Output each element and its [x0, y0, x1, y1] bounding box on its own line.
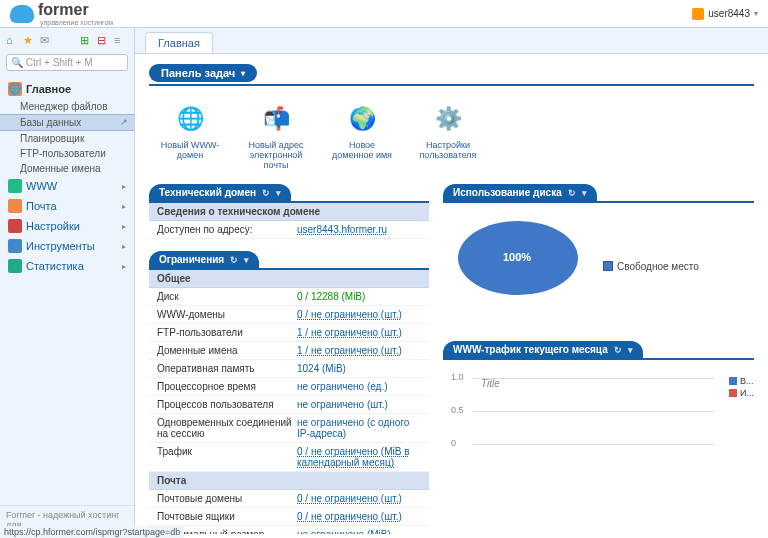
refresh-icon[interactable]: ↻ [568, 188, 576, 198]
limit-label: Доменные имена [157, 345, 297, 356]
quick-action-icon: 🌐 [173, 102, 207, 136]
traffic-legend: В... И... [729, 376, 754, 400]
limits-row: Почтовые ящики0 / не ограничено (шт.) [149, 508, 429, 526]
quick-action[interactable]: 📬Новый адрес электронной почты [245, 102, 307, 170]
quick-action-label: Новое доменное имя [331, 140, 393, 160]
limit-label: Почтовые ящики [157, 511, 297, 522]
section-icon [8, 199, 22, 213]
search-input[interactable]: 🔍 Ctrl + Shift + M [6, 54, 128, 71]
limits-title[interactable]: Ограничения ↻ ▾ [149, 251, 259, 268]
sidebar-section[interactable]: Настройки▸ [0, 216, 134, 236]
sidebar-toolbar: ⌂ ★ ✉ ⊞ ⊟ ≡ [0, 32, 134, 50]
limit-value: не ограничено (MiB) [297, 529, 391, 534]
limits-row: Почтовые домены0 / не ограничено (шт.) [149, 490, 429, 508]
logo: former управление хостингом [10, 1, 113, 26]
sidebar-section[interactable]: Статистика▸ [0, 256, 134, 276]
refresh-icon[interactable]: ↻ [614, 345, 622, 355]
disk-pie-chart: 100% [453, 221, 583, 311]
quick-action[interactable]: 🌍Новое доменное имя [331, 102, 393, 170]
sidebar-section[interactable]: Почта▸ [0, 196, 134, 216]
quick-action-label: Настройки пользователя [417, 140, 479, 160]
limits-row: Процессов пользователяне ограничено (шт.… [149, 396, 429, 414]
limit-value: не ограничено (ед.) [297, 381, 388, 392]
disk-percent: 100% [503, 251, 531, 263]
tech-domain-title[interactable]: Технический домен ↻ ▾ [149, 184, 291, 201]
home-icon[interactable]: ⌂ [6, 34, 20, 48]
traffic-widget: WWW-трафик текущего месяца ↻ ▾ 1.0 0.5 0 [443, 341, 754, 480]
user-icon [692, 8, 704, 20]
quick-action[interactable]: 🌐Новый WWW-домен [159, 102, 221, 170]
ytick: 0.5 [451, 405, 464, 415]
panel-tasks-header[interactable]: Панель задач ▾ [149, 64, 257, 82]
section-label: Статистика [26, 260, 84, 272]
limits-row: Доменные имена1 / не ограничено (шт.) [149, 342, 429, 360]
limit-label: FTP-пользователи [157, 327, 297, 338]
traffic-title[interactable]: WWW-трафик текущего месяца ↻ ▾ [443, 341, 643, 358]
limits-row: Максимальный размер почтового ящикане ог… [149, 526, 429, 534]
disk-widget: Использование диска ↻ ▾ 100% [443, 184, 754, 329]
quick-actions: 🌐Новый WWW-домен📬Новый адрес электронной… [159, 96, 754, 184]
limit-value[interactable]: 0 / не ограничено (MiB в календарный мес… [297, 446, 421, 468]
limit-label: Процессорное время [157, 381, 297, 392]
chart-title-placeholder: Title [481, 378, 746, 389]
limit-value[interactable]: 0 / не ограничено (шт.) [297, 309, 402, 320]
limits-row: FTP-пользователи1 / не ограничено (шт.) [149, 324, 429, 342]
sidebar-section[interactable]: WWW▸ [0, 176, 134, 196]
limit-value: 1024 (MiB) [297, 363, 346, 374]
add-icon[interactable]: ⊞ [80, 34, 94, 48]
caret-down-icon: ▾ [582, 188, 587, 198]
chevron-right-icon: ▸ [122, 222, 126, 231]
tech-addr-label: Доступен по адресу: [157, 224, 297, 235]
remove-icon[interactable]: ⊟ [97, 34, 111, 48]
disk-title[interactable]: Использование диска ↻ ▾ [443, 184, 597, 201]
section-icon [8, 259, 22, 273]
sidebar-item[interactable]: Доменные имена [0, 161, 134, 176]
star-icon[interactable]: ★ [23, 34, 37, 48]
limit-value: не ограничено (с одного IP-адреса) [297, 417, 421, 439]
limit-label: Диск [157, 291, 297, 302]
legend-color-icon [603, 261, 613, 271]
tab-main[interactable]: Главная [145, 32, 213, 53]
user-menu[interactable]: user8443 ▾ [692, 8, 758, 20]
section-label: Инструменты [26, 240, 95, 252]
tech-domain-subheader: Сведения о техническом домене [149, 203, 429, 221]
refresh-icon[interactable]: ↻ [230, 255, 238, 265]
section-icon [8, 179, 22, 193]
section-icon [8, 219, 22, 233]
chevron-right-icon: ▸ [122, 202, 126, 211]
tech-domain-widget: Технический домен ↻ ▾ Сведения о техниче… [149, 184, 429, 239]
search-placeholder: Ctrl + Shift + M [26, 57, 93, 68]
sidebar-item[interactable]: Базы данных [0, 114, 134, 131]
sidebar-item[interactable]: FTP-пользователи [0, 146, 134, 161]
sidebar-section[interactable]: Инструменты▸ [0, 236, 134, 256]
limit-label: WWW-домены [157, 309, 297, 320]
list-icon[interactable]: ≡ [114, 34, 128, 48]
quick-action-label: Новый адрес электронной почты [245, 140, 307, 170]
disk-legend: Свободное место [603, 261, 699, 272]
limits-row: Процессорное времяне ограничено (ед.) [149, 378, 429, 396]
limit-value[interactable]: 0 / не ограничено (шт.) [297, 493, 402, 504]
cloud-icon [10, 5, 34, 23]
section-icon [8, 239, 22, 253]
legend-color-icon [729, 377, 737, 385]
app-header: former управление хостингом user8443 ▾ [0, 0, 768, 28]
quick-action[interactable]: ⚙️Настройки пользователя [417, 102, 479, 170]
limit-label: Оперативная память [157, 363, 297, 374]
quick-action-label: Новый WWW-домен [159, 140, 221, 160]
tech-addr-link[interactable]: user8443.hformer.ru [297, 224, 387, 235]
legend-color-icon [729, 389, 737, 397]
sidebar-item[interactable]: Планировщик [0, 131, 134, 146]
status-bar-url: https://cp.hformer.com/ispmgr?startpage=… [0, 526, 184, 538]
ytick: 0 [451, 438, 456, 448]
sidebar-item[interactable]: Менеджер файлов [0, 99, 134, 114]
refresh-icon[interactable]: ↻ [262, 188, 270, 198]
chevron-right-icon: ▸ [122, 262, 126, 271]
nav-main[interactable]: 🌐 Главное [0, 79, 134, 99]
limit-value: не ограничено (шт.) [297, 399, 388, 410]
limit-value[interactable]: 1 / не ограничено (шт.) [297, 345, 402, 356]
limits-row: Диск0 / 12288 (MiB) [149, 288, 429, 306]
limit-value[interactable]: 1 / не ограничено (шт.) [297, 327, 402, 338]
mail-icon[interactable]: ✉ [40, 34, 54, 48]
caret-down-icon: ▾ [241, 69, 245, 78]
limit-value[interactable]: 0 / не ограничено (шт.) [297, 511, 402, 522]
